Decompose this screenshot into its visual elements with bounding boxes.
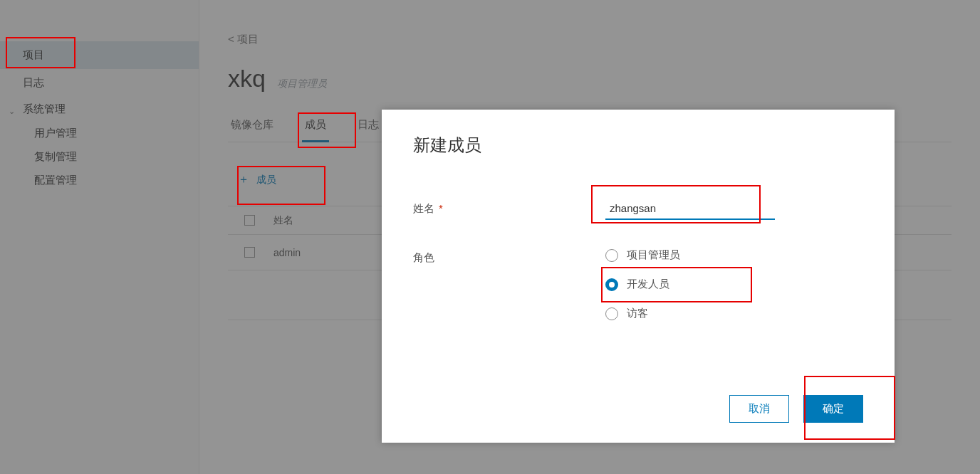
modal-title: 新建成员 xyxy=(413,134,863,157)
radio-label: 项目管理员 xyxy=(627,248,680,262)
radio-icon xyxy=(605,278,618,291)
role-radio-developer[interactable]: 开发人员 xyxy=(605,278,863,291)
radio-icon xyxy=(605,249,618,262)
add-member-modal: 新建成员 姓名* 角色 项目管理员 开发人员 xyxy=(382,110,895,443)
cancel-button[interactable]: 取消 xyxy=(729,395,789,423)
role-label: 角色 xyxy=(413,248,605,265)
radio-label: 开发人员 xyxy=(627,278,669,291)
required-mark: * xyxy=(439,202,443,214)
role-radio-admin[interactable]: 项目管理员 xyxy=(605,248,863,262)
name-input[interactable] xyxy=(605,199,775,220)
radio-icon xyxy=(605,307,618,320)
radio-label: 访客 xyxy=(627,307,648,320)
role-radio-guest[interactable]: 访客 xyxy=(605,307,863,320)
name-label: 姓名* xyxy=(413,199,605,216)
ok-button[interactable]: 确定 xyxy=(803,395,863,423)
